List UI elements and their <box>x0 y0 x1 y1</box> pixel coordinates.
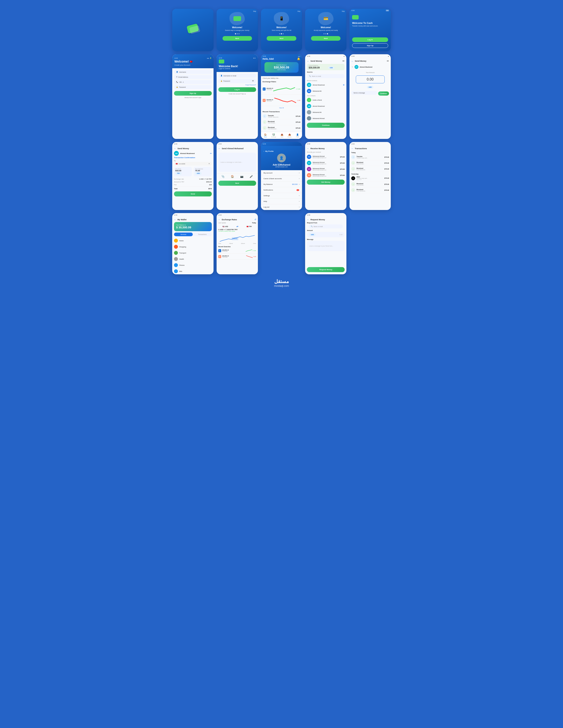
mic-icon[interactable]: 🎤 <box>250 175 253 178</box>
amount-placeholder: 0.00 <box>316 234 342 235</box>
login-link[interactable]: Already have account? Login <box>174 97 212 98</box>
forgot-password-link[interactable]: Forgot Password? <box>218 84 256 86</box>
edit-icon[interactable]: ✏ <box>342 59 345 63</box>
password-placeholder: Password <box>179 86 186 88</box>
contact-invite[interactable]: + Invite a friend <box>305 97 346 103</box>
next-button[interactable]: Next <box>218 181 256 186</box>
send-search-input[interactable]: 🔍 Name or email <box>307 74 345 78</box>
next-button-1[interactable]: Next <box>223 36 252 41</box>
message-area[interactable]: Leave a message or note here... <box>218 153 256 172</box>
try-selector[interactable]: 🇹🇷 TRY <box>247 226 252 227</box>
signup-button[interactable]: Sign Up <box>352 43 388 48</box>
next-button-2[interactable]: Next <box>267 36 296 41</box>
continue-button[interactable]: Continue <box>307 123 345 128</box>
time: 12:30 <box>351 143 354 145</box>
contact-am[interactable]: AM Ahmed Moahmed <box>305 103 346 109</box>
nav-profile[interactable]: 👤Profile <box>296 133 299 138</box>
card-selector[interactable]: 🇹🇷 ••••••••2015 ▼ <box>174 162 212 166</box>
wallet-screen: 12:30 ← My Wallet Your Balance is $ 30,5… <box>172 213 214 274</box>
skip-button-3[interactable]: Skip <box>342 11 345 12</box>
home-label: Home <box>179 240 184 242</box>
edit-icon[interactable]: ✏ <box>387 59 389 63</box>
view-all-link[interactable]: View All <box>261 106 302 109</box>
signup-link[interactable]: Create new account? Sign up <box>218 93 256 95</box>
phone-input[interactable]: 📞 +90 - 1 <box>174 80 212 84</box>
email-input[interactable]: ✉ Email Address <box>174 75 212 79</box>
message-input[interactable]: Leave a message to your friend here... <box>307 241 345 251</box>
service-health[interactable]: Health <box>172 256 214 262</box>
nav-receive[interactable]: 📥Receive <box>287 133 291 138</box>
login-submit-button[interactable]: Log In <box>218 87 256 92</box>
username-input[interactable]: 👤 Username <box>174 70 212 74</box>
period-1y[interactable]: 1Year <box>253 243 256 244</box>
next-button-3[interactable]: Next <box>311 36 340 41</box>
shopping-dot <box>174 245 178 249</box>
swap-icon[interactable]: ⇄ <box>237 225 238 228</box>
back-arrow[interactable]: ← <box>307 60 309 62</box>
menu-my-account[interactable]: My account › <box>261 170 302 176</box>
received-4: MA Mohamed Ahmed Mohamed@example.com $75… <box>305 172 346 178</box>
select-icon[interactable]: ⊕ <box>343 84 345 86</box>
menu-cards[interactable]: Cards & Bank accounts › <box>261 176 302 182</box>
nav-home[interactable]: 🏠Home <box>264 133 267 138</box>
transactions-tab[interactable]: Transactions <box>193 233 212 236</box>
password-input[interactable]: 🔒 Password <box>174 85 212 89</box>
notification-icon[interactable]: 🔔 <box>297 57 300 60</box>
contact-ma2[interactable]: Mohamed Ahmed <box>305 115 346 121</box>
amount-input[interactable]: USD 0.00 <box>307 232 345 237</box>
service-transport[interactable]: Transport <box>172 250 214 256</box>
time: 12:30 <box>307 143 310 145</box>
username-email-input[interactable]: 👤 Username or email <box>218 74 256 78</box>
period-1m[interactable]: 1Month <box>241 243 245 244</box>
period-1w[interactable]: 1Week <box>229 243 233 244</box>
signup-submit-button[interactable]: Sign Up <box>174 91 212 96</box>
send-button[interactable]: Send <box>174 191 212 196</box>
back-arrow[interactable]: ← <box>307 147 309 150</box>
get-money-button[interactable]: Get Money <box>307 180 345 185</box>
service-shopping[interactable]: Shopping <box>172 244 214 250</box>
password-input[interactable]: 🔒 Password 👁 <box>218 79 256 83</box>
menu-help[interactable]: Help › <box>261 199 302 204</box>
edit-icon[interactable]: ✏ <box>210 152 212 155</box>
skip-button-2[interactable]: Skip <box>297 11 300 12</box>
contact-ma[interactable]: Mohamed Ali <box>305 109 346 115</box>
recipient-avatar: AM <box>174 151 179 156</box>
back-arrow[interactable]: ← <box>174 147 176 150</box>
recent-contact-1[interactable]: AM Ahmed Moahmed ⊕ <box>305 82 346 88</box>
back-arrow[interactable]: ← <box>218 218 221 221</box>
back-arrow[interactable]: ← <box>351 147 353 150</box>
usd-selector[interactable]: 🇺🇸 USD <box>223 226 228 227</box>
menu-settings[interactable]: Settings › <box>261 193 302 199</box>
message-input[interactable]: Send a message <box>351 91 377 95</box>
service-fitness[interactable]: Fitness <box>172 262 214 268</box>
service-bills[interactable]: Bills <box>172 268 214 274</box>
camera-icon[interactable]: 📷 <box>240 175 244 178</box>
login-button[interactable]: Log In <box>352 37 388 42</box>
attachment-icon[interactable]: 📎 <box>222 175 225 178</box>
recent-contact-2[interactable]: MA Mohamed Ali <box>305 88 346 94</box>
services-tab[interactable]: Services <box>174 233 193 236</box>
back-arrow[interactable]: ← <box>307 218 309 221</box>
chevron-right-icon: › <box>299 195 299 197</box>
period-1d[interactable]: 1Day <box>218 243 221 244</box>
back-arrow[interactable]: ← <box>174 218 176 221</box>
request-search[interactable]: 🔍 Name or email <box>308 224 343 228</box>
menu-balance[interactable]: My Balance $30,500 › <box>261 182 302 187</box>
menu-notifications[interactable]: Notifications 6 › <box>261 187 302 193</box>
back-arrow[interactable]: ← <box>351 60 353 62</box>
home-icon[interactable]: 🏠 <box>231 175 234 178</box>
nav-send[interactable]: 📤Send <box>281 133 283 138</box>
continue-btn[interactable]: Continue <box>378 91 389 96</box>
back-arrow[interactable]: ← <box>218 147 221 150</box>
cards-label: Cards & Bank accounts <box>264 178 282 180</box>
service-home[interactable]: Home <box>172 238 214 244</box>
nav-exchange[interactable]: 💱Exchange <box>271 133 276 138</box>
refresh-icon[interactable]: ↺ <box>255 218 256 221</box>
signup-screen: 12:30 ▲▲ 🔋 Welcome! 🇹🇷 Create your Accou… <box>172 54 214 139</box>
request-money-button[interactable]: Request Money <box>307 267 345 272</box>
amount-display[interactable]: 0.00 <box>356 75 385 83</box>
skip-button[interactable]: Skip <box>253 11 256 12</box>
send-money-title: Send Money <box>310 60 322 62</box>
time: 12:30 <box>351 56 354 57</box>
menu-logout[interactable]: Log out › <box>261 204 302 210</box>
